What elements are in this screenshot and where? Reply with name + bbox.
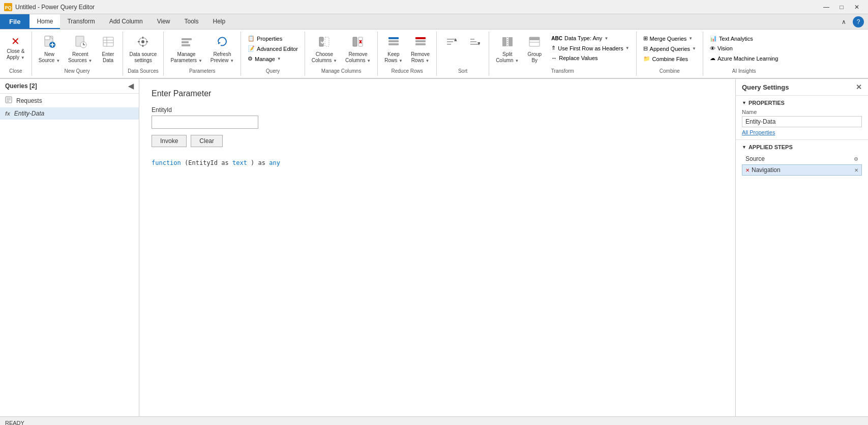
tab-tools[interactable]: Tools xyxy=(177,14,206,29)
transform-combined: SplitColumn ▼ GroupBy ABC D xyxy=(492,33,633,66)
tab-view[interactable]: View xyxy=(150,14,177,29)
enter-data-button[interactable]: EnterData xyxy=(97,33,119,66)
remove-columns-button[interactable]: RemoveColumns ▼ xyxy=(342,33,374,66)
sidebar-item-entity-data[interactable]: fx Entity-Data xyxy=(0,107,139,120)
tab-home[interactable]: Home xyxy=(29,14,60,29)
step-source[interactable]: Source ⚙ xyxy=(742,153,862,164)
ribbon-group-data-sources: Data sourcesettings Data Sources xyxy=(123,32,164,76)
tab-add-column[interactable]: Add Column xyxy=(102,14,150,29)
first-row-headers-button[interactable]: ⇑ Use First Row as Headers ▼ xyxy=(548,43,633,53)
help-button[interactable]: ? xyxy=(853,16,864,27)
text-analytics-icon: 📊 xyxy=(710,35,717,42)
step-source-label: Source xyxy=(745,155,765,162)
function-return: ) as xyxy=(251,159,269,166)
svg-rect-44 xyxy=(502,37,506,46)
tab-file[interactable]: File xyxy=(0,14,29,29)
minimize-button[interactable]: — xyxy=(819,2,833,12)
svg-rect-22 xyxy=(182,44,190,46)
ribbon-group-transform: SplitColumn ▼ GroupBy ABC D xyxy=(489,32,636,76)
split-column-button[interactable]: SplitColumn ▼ xyxy=(492,33,522,66)
merge-queries-button[interactable]: ⊞ Merge Queries ▼ xyxy=(640,34,700,43)
vision-icon: 👁 xyxy=(710,45,715,51)
combine-buttons: ⊞ Merge Queries ▼ ⊟ Append Queries ▼ 📁 C… xyxy=(640,33,700,64)
step-navigation-content: ✕ Navigation xyxy=(745,166,781,174)
ribbon-group-parameters: ManageParameters ▼ RefreshPreview ▼ Para… xyxy=(164,32,241,76)
sort-asc-icon xyxy=(445,35,457,50)
ribbon-group-ai-insights: 📊 Text Analytics 👁 Vision ☁ Azure Machin… xyxy=(703,32,785,76)
properties-button[interactable]: 📋 Properties xyxy=(244,34,302,43)
sort-desc-button[interactable] xyxy=(463,33,486,54)
queries-title: Queries [2] xyxy=(5,82,37,90)
data-type-button[interactable]: ABC Data Type: Any ▼ xyxy=(548,34,633,43)
sort-group-label: Sort xyxy=(440,66,486,75)
svg-rect-25 xyxy=(325,37,329,46)
remove-rows-icon xyxy=(414,35,427,50)
sidebar-collapse-button[interactable]: ◀ xyxy=(128,82,134,90)
manage-columns-buttons: ChooseColumns ▼ RemoveColumns ▼ xyxy=(308,33,374,66)
transform-large-buttons: SplitColumn ▼ GroupBy xyxy=(492,33,546,66)
data-type-icon: ABC xyxy=(551,36,562,41)
step-navigation[interactable]: ✕ Navigation ✕ xyxy=(742,164,862,176)
transform-small-buttons: ABC Data Type: Any ▼ ⇑ Use First Row as … xyxy=(548,33,633,63)
clear-button[interactable]: Clear xyxy=(191,135,223,147)
manage-button[interactable]: ⚙ Manage ▼ xyxy=(244,54,302,64)
group-by-button[interactable]: GroupBy xyxy=(523,33,546,66)
remove-rows-button[interactable]: RemoveRows ▼ xyxy=(407,33,433,66)
manage-parameters-button[interactable]: ManageParameters ▼ xyxy=(167,33,205,66)
close-apply-button[interactable]: ✕ Close &Apply ▼ xyxy=(3,33,28,63)
svg-rect-3 xyxy=(45,36,50,40)
step-navigation-delete-icon[interactable]: ✕ xyxy=(854,167,858,173)
replace-values-button[interactable]: ↔ Replace Values xyxy=(548,53,633,63)
content-area: Enter Parameter EntityId Invoke Clear fu… xyxy=(139,79,736,416)
manage-label: Manage xyxy=(255,56,275,62)
remove-columns-icon xyxy=(351,35,365,50)
sort-asc-button[interactable] xyxy=(440,33,462,54)
tab-transform[interactable]: Transform xyxy=(60,14,102,29)
append-queries-button[interactable]: ⊟ Append Queries ▼ xyxy=(640,44,700,53)
svg-rect-20 xyxy=(182,38,192,40)
sidebar-item-requests[interactable]: Requests xyxy=(0,94,139,107)
ribbon-group-combine: ⊞ Merge Queries ▼ ⊟ Append Queries ▼ 📁 C… xyxy=(637,32,703,76)
choose-columns-button[interactable]: ChooseColumns ▼ xyxy=(308,33,341,66)
vision-button[interactable]: 👁 Vision xyxy=(706,44,782,53)
data-type-arrow: ▼ xyxy=(604,36,608,41)
properties-label: Properties xyxy=(257,36,282,42)
append-queries-icon: ⊟ xyxy=(643,45,648,52)
tab-help[interactable]: Help xyxy=(206,14,233,29)
ribbon-collapse-button[interactable]: ∧ xyxy=(836,17,851,27)
split-column-icon xyxy=(501,35,514,50)
query-name-input[interactable] xyxy=(742,116,862,127)
advanced-editor-icon: 📝 xyxy=(248,45,255,52)
data-source-settings-button[interactable]: Data sourcesettings xyxy=(126,33,161,66)
ribbon: ✕ Close &Apply ▼ Close xyxy=(0,30,868,79)
text-analytics-button[interactable]: 📊 Text Analytics xyxy=(706,34,782,43)
applied-steps-label: APPLIED STEPS xyxy=(749,144,793,150)
query-group-label: Query xyxy=(244,66,302,75)
new-source-button[interactable]: NewSource ▼ xyxy=(35,33,64,66)
all-properties-link[interactable]: All Properties xyxy=(742,129,862,135)
query-settings-close-button[interactable]: ✕ xyxy=(856,83,862,91)
window-close-button[interactable]: ✕ xyxy=(850,2,864,12)
refresh-preview-button[interactable]: RefreshPreview ▼ xyxy=(207,33,237,66)
append-queries-label: Append Queries xyxy=(650,46,691,52)
advanced-editor-button[interactable]: 📝 Advanced Editor xyxy=(244,44,302,53)
manage-dropdown-arrow: ▼ xyxy=(277,56,281,61)
combine-files-button[interactable]: 📁 Combine Files xyxy=(640,54,700,64)
append-queries-arrow: ▼ xyxy=(692,46,696,51)
requests-label: Requests xyxy=(16,97,42,104)
step-source-gear-icon: ⚙ xyxy=(854,156,858,162)
maximize-button[interactable]: □ xyxy=(834,2,849,12)
recent-sources-label: RecentSources ▼ xyxy=(68,51,92,64)
invoke-button[interactable]: Invoke xyxy=(152,135,187,147)
steps-arrow-icon: ▼ xyxy=(742,145,746,150)
choose-columns-icon xyxy=(318,35,331,50)
recent-sources-button[interactable]: RecentSources ▼ xyxy=(65,33,96,66)
azure-ml-button[interactable]: ☁ Azure Machine Learning xyxy=(706,53,782,63)
name-label: Name xyxy=(742,109,862,115)
replace-values-icon: ↔ xyxy=(551,55,557,61)
manage-parameters-icon xyxy=(180,35,193,50)
main-layout: Queries [2] ◀ Requests fx Entity-Data xyxy=(0,79,868,416)
group-by-label: GroupBy xyxy=(527,51,542,64)
entity-id-input[interactable] xyxy=(152,116,258,129)
keep-rows-button[interactable]: KeepRows ▼ xyxy=(381,33,406,66)
